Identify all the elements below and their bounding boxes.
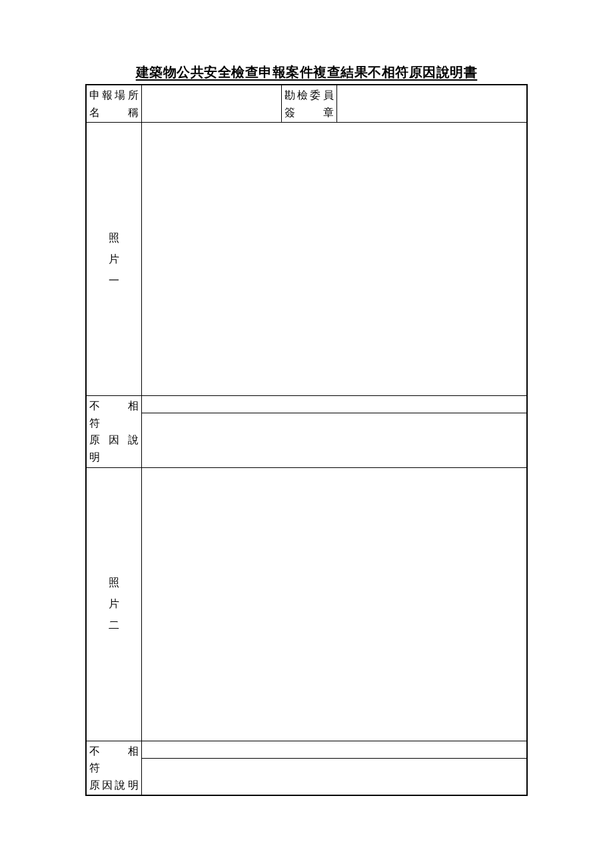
reason-1-row: 不 相 符 原 因 說 明 — [86, 396, 527, 467]
venue-label-line1: 申報場所 — [89, 89, 139, 101]
header-row: 申報場所 名 稱 勘檢委員 簽 章 — [86, 85, 527, 123]
photo-2-char1: 照 — [109, 572, 119, 593]
venue-label-line2: 名 稱 — [89, 107, 139, 118]
photo-1-area[interactable] — [141, 123, 527, 396]
form-title: 建築物公共安全檢查申報案件複查結果不相符原因說明書 — [85, 63, 528, 81]
reason-2-value-line1[interactable] — [142, 741, 527, 759]
inspector-signature-label: 勘檢委員 簽 章 — [281, 85, 336, 123]
photo-2-row: 照 片 二 — [86, 467, 527, 741]
photo-2-area[interactable] — [141, 467, 527, 741]
photo-1-row: 照 片 一 — [86, 123, 527, 396]
photo-1-char3: 一 — [109, 270, 119, 291]
reason-1-label-line2: 原 因 說 明 — [89, 431, 139, 465]
photo-1-label: 照 片 一 — [86, 123, 141, 396]
reason-1-value-line1[interactable] — [142, 396, 527, 413]
venue-name-label: 申報場所 名 稱 — [86, 85, 141, 123]
reason-1-label-line1: 不 相 符 — [89, 397, 139, 431]
reason-2-value[interactable] — [141, 741, 527, 795]
photo-2-label: 照 片 二 — [86, 467, 141, 741]
reason-1-label: 不 相 符 原 因 說 明 — [86, 396, 141, 467]
inspector-label-line2: 簽 章 — [285, 107, 334, 118]
photo-2-char3: 二 — [109, 615, 119, 636]
reason-1-value[interactable] — [141, 396, 527, 467]
photo-1-char1: 照 — [109, 227, 119, 249]
form-table: 申報場所 名 稱 勘檢委員 簽 章 照 片 一 — [85, 84, 528, 796]
reason-1-value-line2[interactable] — [142, 413, 527, 431]
venue-name-value[interactable] — [141, 85, 281, 123]
photo-1-char2: 片 — [109, 249, 119, 270]
reason-2-label: 不 相 符 原因說明 — [86, 741, 141, 795]
reason-2-row: 不 相 符 原因說明 — [86, 741, 527, 795]
form-page: 建築物公共安全檢查申報案件複查結果不相符原因說明書 申報場所 名 稱 勘檢委員 … — [0, 0, 613, 796]
reason-2-value-line2[interactable] — [142, 759, 527, 776]
inspector-signature-value[interactable] — [336, 85, 527, 123]
reason-2-label-line2: 原因說明 — [89, 777, 139, 794]
inspector-label-line1: 勘檢委員 — [285, 89, 334, 101]
reason-2-label-line1: 不 相 符 — [89, 743, 139, 777]
photo-2-char2: 片 — [109, 593, 119, 615]
